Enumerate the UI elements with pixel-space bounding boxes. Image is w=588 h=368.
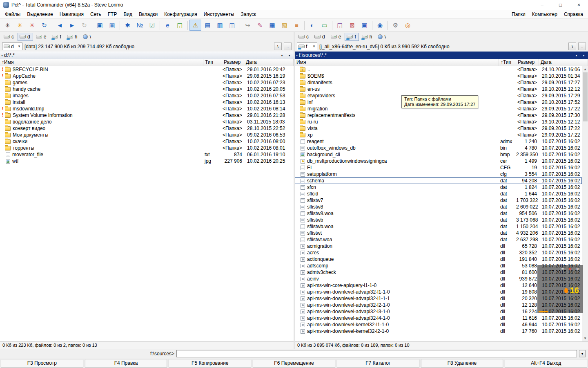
menu-item[interactable]: Справка <box>561 10 586 18</box>
menu-item[interactable]: Запуск <box>238 10 260 18</box>
right-history-dropdown-button[interactable]: ▾ <box>573 54 579 57</box>
folder-contents-button[interactable]: ▧ <box>278 20 290 31</box>
minimize-button[interactable]: – <box>533 0 551 10</box>
web-page-button[interactable]: ◱ <box>174 20 186 31</box>
file-row[interactable]: торренты<Папка>10.02.2016 08:01 <box>0 145 294 151</box>
drive-button[interactable]: e <box>34 33 49 41</box>
menu-item[interactable]: Вкладки <box>136 10 161 18</box>
column-header[interactable]: ↑Имя <box>0 59 203 66</box>
drive-button[interactable]: e <box>329 33 344 41</box>
file-row[interactable]: sfcndat1 82410.07.2015 16:02 <box>295 184 582 191</box>
file-row[interactable]: скачки<Папка>10.02.2016 08:00 <box>0 138 294 145</box>
fkey-button[interactable]: F5 Копирование <box>169 359 251 368</box>
file-row[interactable]: sflciddat1 64410.07.2015 16:02 <box>295 191 582 197</box>
file-row[interactable]: background_clibmp2 359 35010.07.2015 16:… <box>295 151 582 158</box>
file-row[interactable]: acmigrationdll65 72810.07.2015 16:02 <box>295 243 582 249</box>
globe-sync-button[interactable]: ◐ <box>306 20 318 31</box>
file-row[interactable]: api-ms-win-downlevel-advapi32-l4-1-0dll1… <box>295 315 582 321</box>
overlay-arrow-icon[interactable]: ▼ <box>568 267 572 272</box>
left-history-dropdown-button[interactable]: ▾ <box>279 54 285 57</box>
menu-item[interactable]: FTP <box>105 10 120 18</box>
file-row[interactable]: setupplatformcfg3 55410.07.2015 16:02 <box>295 171 582 177</box>
file-row[interactable]: ru-ru<Папка>19.10.2015 12:12 <box>295 119 582 125</box>
column-header[interactable]: Размер <box>516 59 539 66</box>
dual-monitors-button[interactable]: ◱ <box>334 20 346 31</box>
menu-item[interactable]: Папки <box>508 10 529 18</box>
back-button[interactable]: ◄ <box>54 20 66 31</box>
vertical-scrollbar[interactable]: ▲ ▼ <box>582 66 588 341</box>
right-parent-dir-button[interactable]: .. <box>578 43 586 50</box>
file-row[interactable]: install<Папка>10.02.2016 16:13 <box>0 99 294 105</box>
scroll-down-icon[interactable]: ▼ <box>582 335 588 341</box>
left-parent-dir-button[interactable]: .. <box>284 43 292 50</box>
file-row[interactable]: Мои документы<Папка>09.02.2016 06:53 <box>0 132 294 138</box>
full-view-button[interactable]: ▥ <box>214 20 226 31</box>
file-row[interactable]: handy cache<Папка>10.02.2016 20:05 <box>0 86 294 92</box>
file-row[interactable]: sflistw7dat1 703 32210.07.2015 16:02 <box>295 197 582 204</box>
file-row[interactable]: $OEM$<Папка>20.10.2015 01:34 <box>295 73 582 79</box>
file-row[interactable]: System Volume Information<Папка>29.01.20… <box>0 112 294 119</box>
monitor-close-button[interactable]: ⊠ <box>346 20 358 31</box>
card-reader-button[interactable]: ▭ <box>318 20 330 31</box>
file-row[interactable]: sflistwb.woadat1 150 20410.07.2015 16:02 <box>295 223 582 230</box>
drive-button[interactable]: c <box>296 33 312 41</box>
menu-item[interactable]: Навигация <box>56 10 87 18</box>
file-row[interactable]: конверт видео<Папка>28.10.2015 22:52 <box>0 125 294 132</box>
menu-item[interactable]: Выделение <box>24 10 56 18</box>
fkey-button[interactable]: F4 Правка <box>85 359 167 368</box>
right-current-path-bar[interactable]: ▾ f:\sources\*.* ▾ ▾ <box>295 52 588 59</box>
left-hotlist-dropdown-button[interactable]: ▾ <box>286 54 292 57</box>
column-header[interactable]: Дата <box>244 59 294 66</box>
right-drive-combo[interactable]: f ▼ <box>297 43 317 50</box>
file-row[interactable]: images<Папка>10.02.2016 07:53 <box>0 92 294 99</box>
new-tab-button[interactable]: ▣ <box>94 20 106 31</box>
file-row[interactable]: sflistw8.woadat954 50610.07.2015 16:02 <box>295 210 582 217</box>
file-row[interactable]: api-ms-win-downlevel-kernel32-l2-1-0dll1… <box>295 328 582 334</box>
file-row[interactable]: api-ms-win-downlevel-kernel32-l1-1-0dll4… <box>295 321 582 328</box>
menu-item[interactable]: Компьютер <box>529 10 561 18</box>
scrollbar-track[interactable] <box>582 72 588 335</box>
target-dir-button[interactable]: ↪ <box>242 20 254 31</box>
drive-button[interactable]: \ <box>81 33 94 41</box>
file-row[interactable]: acresdll320 35210.07.2015 16:02 <box>295 249 582 256</box>
file-row[interactable]: EICFG1910.07.2015 16:02 <box>295 164 582 171</box>
close-button[interactable]: × <box>570 0 588 10</box>
file-row[interactable]: outofbox_windows_dbbin4 78010.07.2015 16… <box>295 145 582 151</box>
menu-item[interactable]: Инструменты <box>200 10 238 18</box>
file-row[interactable]: games<Папка>10.02.2016 07:23 <box>0 79 294 86</box>
file-row[interactable]: sflistwtdat4 932 20610.07.2015 16:02 <box>295 230 582 236</box>
drive-button[interactable]: f <box>50 33 64 41</box>
file-row[interactable]: vista<Папка>29.09.2015 17:22 <box>295 125 582 132</box>
grid-view-button[interactable]: ▦ <box>266 20 278 31</box>
overlay-menu-icon[interactable]: ≡ <box>561 267 564 272</box>
quick-edit-button[interactable]: ✎ <box>254 20 266 31</box>
left-root-dir-button[interactable]: \ <box>274 43 282 50</box>
file-row[interactable]: replacementmanifests<Папка>29.09.2015 17… <box>295 112 582 119</box>
left-drive-combo[interactable]: d ▼ <box>2 43 22 50</box>
options-orange-button[interactable]: ✳ <box>14 20 26 31</box>
drive-button[interactable]: h <box>65 33 80 41</box>
drive-button[interactable]: \ <box>376 33 388 41</box>
tools-wrench-button[interactable]: ⚙ <box>390 20 401 31</box>
scroll-up-icon[interactable]: ▲ <box>582 66 588 72</box>
column-header[interactable]: Тип <box>203 59 222 66</box>
maximize-button[interactable]: □ <box>551 0 570 10</box>
drive-button[interactable]: f <box>345 33 359 41</box>
file-row[interactable]: msdownld.tmp<Папка>10.02.2016 08:14 <box>0 105 294 112</box>
refresh-button[interactable]: ↻ <box>38 20 50 31</box>
fkey-button[interactable]: F6 Перемещение <box>253 359 335 368</box>
sort-numeric-button[interactable]: № <box>134 20 146 31</box>
column-header[interactable]: Размер <box>222 59 244 66</box>
scrollbar-thumb[interactable] <box>583 72 588 121</box>
menu-item[interactable]: Конфигурация <box>161 10 200 18</box>
menu-item[interactable]: Вид <box>120 10 136 18</box>
overlay-close-icon[interactable]: ✕ <box>576 267 579 272</box>
column-header[interactable]: ↑Тип <box>499 59 516 66</box>
file-row[interactable]: moverator_filetxt87406.01.2016 19:10 <box>0 151 294 158</box>
file-row[interactable]: schemadat94 20810.07.2015 16:02 <box>295 177 582 184</box>
menu-item[interactable]: Сеть <box>87 10 105 18</box>
column-header[interactable]: Имя <box>295 59 499 66</box>
drive-button[interactable]: d <box>18 33 33 41</box>
viewer-search-button[interactable]: ◎ <box>402 20 414 31</box>
fkey-button[interactable]: Alt+F4 Выход <box>505 359 587 368</box>
